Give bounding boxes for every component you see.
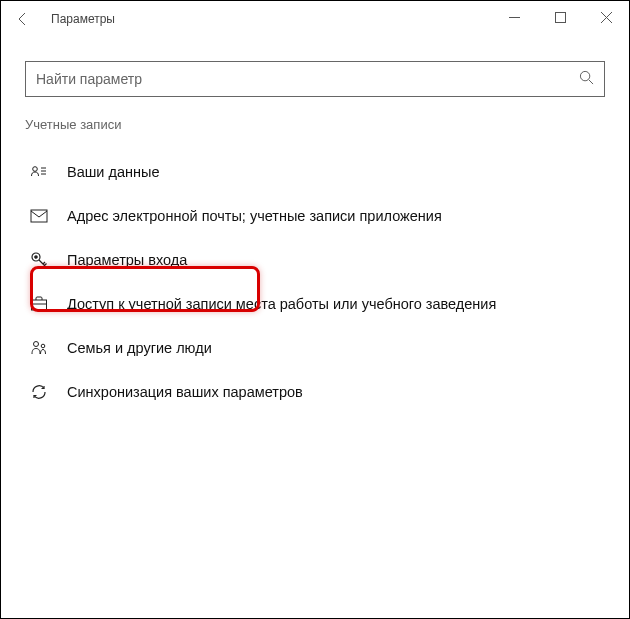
nav-item-sync[interactable]: Синхронизация ваших параметров bbox=[25, 370, 605, 414]
svg-point-12 bbox=[35, 256, 37, 258]
arrow-left-icon bbox=[15, 11, 31, 27]
sync-icon bbox=[29, 382, 49, 402]
search-input[interactable] bbox=[36, 71, 579, 87]
nav-item-label: Доступ к учетной записи места работы или… bbox=[67, 296, 496, 312]
settings-window: Параметры bbox=[1, 1, 629, 618]
svg-line-5 bbox=[589, 79, 593, 83]
nav-item-label: Параметры входа bbox=[67, 252, 187, 268]
close-button[interactable] bbox=[583, 1, 629, 33]
briefcase-icon bbox=[29, 294, 49, 314]
people-icon bbox=[29, 338, 49, 358]
svg-point-16 bbox=[41, 344, 45, 348]
svg-point-15 bbox=[34, 342, 39, 347]
section-heading: Учетные записи bbox=[25, 117, 605, 132]
maximize-button[interactable] bbox=[537, 1, 583, 33]
svg-rect-10 bbox=[31, 210, 47, 222]
nav-item-your-info[interactable]: Ваши данные bbox=[25, 150, 605, 194]
nav-item-label: Адрес электронной почты; учетные записи … bbox=[67, 208, 442, 224]
svg-rect-1 bbox=[555, 12, 565, 22]
nav-item-label: Синхронизация ваших параметров bbox=[67, 384, 303, 400]
nav-item-label: Семья и другие люди bbox=[67, 340, 212, 356]
window-title: Параметры bbox=[45, 12, 115, 26]
search-icon bbox=[579, 70, 594, 89]
close-icon bbox=[601, 12, 612, 23]
nav-item-label: Ваши данные bbox=[67, 164, 160, 180]
nav-item-signin-options[interactable]: Параметры входа bbox=[25, 238, 605, 282]
content: Учетные записи Ваши данные bbox=[1, 37, 629, 414]
minimize-icon bbox=[509, 12, 520, 23]
nav-item-family[interactable]: Семья и другие люди bbox=[25, 326, 605, 370]
person-card-icon bbox=[29, 162, 49, 182]
window-controls bbox=[491, 1, 629, 33]
mail-icon bbox=[29, 206, 49, 226]
back-button[interactable] bbox=[1, 1, 45, 37]
key-icon bbox=[29, 250, 49, 270]
maximize-icon bbox=[555, 12, 566, 23]
svg-point-6 bbox=[33, 167, 38, 172]
nav-item-email[interactable]: Адрес электронной почты; учетные записи … bbox=[25, 194, 605, 238]
nav-item-work-access[interactable]: Доступ к учетной записи места работы или… bbox=[25, 282, 605, 326]
svg-rect-13 bbox=[32, 300, 47, 310]
search-box[interactable] bbox=[25, 61, 605, 97]
minimize-button[interactable] bbox=[491, 1, 537, 33]
svg-point-4 bbox=[580, 71, 589, 80]
titlebar: Параметры bbox=[1, 1, 629, 37]
nav-list: Ваши данные Адрес электронной почты; уче… bbox=[25, 150, 605, 414]
